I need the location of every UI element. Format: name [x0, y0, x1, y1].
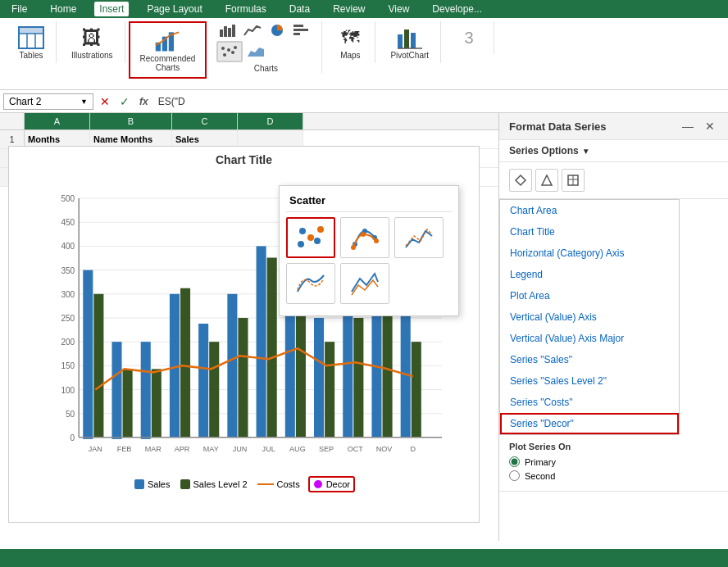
dropdown-container: Chart Area Chart Title Horizontal (Categ… [499, 199, 728, 435]
svg-rect-13 [293, 25, 303, 27]
col-header-b[interactable]: B [90, 113, 172, 129]
svg-rect-81 [383, 306, 393, 438]
formula-confirm-icon[interactable]: ✓ [116, 95, 133, 108]
svg-text:50: 50 [66, 410, 75, 419]
menu-insert[interactable]: Insert [94, 2, 129, 16]
series-icon[interactable] [562, 169, 585, 192]
format-data-series-panel: Format Data Series — ✕ Series Options ▼ [498, 113, 728, 541]
formula-cancel-icon[interactable]: ✕ [97, 95, 113, 108]
format-panel-header: Format Data Series — ✕ [499, 113, 728, 140]
menu-formulas[interactable]: Formulas [221, 2, 271, 16]
menu-home[interactable]: Home [45, 2, 81, 16]
svg-rect-21 [398, 34, 403, 48]
bar-chart-btn[interactable] [290, 21, 313, 39]
svg-text:SEP: SEP [319, 445, 334, 453]
plot-series-section: Plot Series On Primary Second [499, 435, 728, 492]
pivotchart-button[interactable]: PivotChart [385, 21, 434, 63]
svg-text:NOV: NOV [376, 445, 393, 453]
svg-marker-98 [542, 175, 552, 185]
svg-point-16 [223, 53, 226, 57]
recommended-charts-label: RecommendedCharts [140, 54, 196, 72]
svg-point-88 [307, 234, 314, 241]
tables-button[interactable]: Tables [13, 21, 49, 63]
scatter-smooth-no-markers-icon[interactable] [286, 263, 335, 304]
illustrations-button[interactable]: 🖼 Illustrations [66, 21, 118, 63]
pivotchart-group: PivotChart [379, 21, 441, 63]
secondary-axis-option[interactable]: Second [509, 470, 718, 481]
scatter-popup: Scatter [279, 185, 459, 316]
scatter-smooth-lines-icon[interactable] [340, 217, 389, 258]
legend-sales: Sales [134, 479, 171, 489]
scatter-lines-no-markers-icon[interactable] [340, 263, 389, 304]
svg-text:0: 0 [71, 433, 75, 442]
secondary-axis-radio[interactable] [509, 470, 520, 481]
panel-close-button[interactable]: ✕ [702, 120, 718, 133]
svg-text:250: 250 [61, 314, 75, 323]
menu-developer[interactable]: Develope... [427, 2, 487, 16]
col-header-d[interactable]: D [238, 113, 303, 129]
menu-pagelayout[interactable]: Page Layout [142, 2, 207, 16]
dropdown-chart-area[interactable]: Chart Area [500, 200, 679, 221]
fill-icon[interactable] [509, 169, 532, 192]
primary-axis-radio[interactable] [509, 456, 520, 467]
column-chart-btn[interactable] [216, 21, 239, 39]
area-chart-btn[interactable] [244, 43, 267, 61]
status-bar [0, 549, 728, 567]
dropdown-series-sales2[interactable]: Series "Sales Level 2" [500, 370, 679, 392]
menu-view[interactable]: View [384, 2, 415, 16]
menu-file[interactable]: File [7, 2, 32, 16]
primary-axis-option[interactable]: Primary [509, 456, 718, 467]
illustrations-group: 🖼 Illustrations [60, 21, 125, 63]
panel-minimize-button[interactable]: — [679, 120, 697, 133]
line-chart-btn[interactable] [241, 21, 264, 39]
format-panel-title: Format Data Series [509, 120, 607, 133]
pivotchart-label: PivotChart [390, 51, 429, 60]
dropdown-v-axis-major[interactable]: Vertical (Value) Axis Major [500, 328, 679, 349]
col-header-c[interactable]: C [172, 113, 238, 129]
svg-text:JUN: JUN [233, 445, 248, 453]
dropdown-legend[interactable]: Legend [500, 264, 679, 285]
chart-title: Chart Title [9, 147, 479, 173]
legend-sales-level2-label: Sales Level 2 [193, 479, 248, 489]
svg-text:MAY: MAY [203, 445, 219, 453]
scatter-chart-btn[interactable] [216, 41, 243, 62]
name-box[interactable]: Chart 2 ▼ [3, 93, 93, 110]
3d-map-group: 3 [444, 21, 494, 54]
svg-text:JUL: JUL [262, 445, 275, 453]
shape-icon[interactable] [535, 169, 558, 192]
3d-map-button[interactable]: 3 [451, 21, 487, 54]
svg-text:450: 450 [61, 218, 75, 227]
dropdown-plot-area[interactable]: Plot Area [500, 285, 679, 306]
dropdown-h-axis[interactable]: Horizontal (Category) Axis [500, 243, 679, 264]
dropdown-series-decor[interactable]: Series "Decor" [500, 413, 679, 434]
secondary-axis-label: Second [525, 471, 555, 481]
tables-label: Tables [20, 51, 43, 60]
menu-data[interactable]: Data [284, 2, 315, 16]
svg-text:500: 500 [61, 194, 75, 203]
row-num-header [0, 113, 25, 129]
dropdown-v-axis[interactable]: Vertical (Value) Axis [500, 306, 679, 328]
svg-point-89 [299, 228, 306, 234]
series-options-bar[interactable]: Series Options ▼ [499, 140, 728, 162]
svg-point-90 [314, 238, 321, 244]
recommended-charts-button[interactable]: RecommendedCharts [135, 25, 201, 75]
dropdown-chart-title[interactable]: Chart Title [500, 221, 679, 243]
formula-input[interactable]: ES("D [155, 96, 725, 107]
chart-element-dropdown: Chart Area Chart Title Horizontal (Categ… [499, 199, 680, 435]
svg-text:AUG: AUG [289, 445, 306, 453]
col-header-a[interactable]: A [25, 113, 90, 129]
menu-review[interactable]: Review [328, 2, 370, 16]
dropdown-series-costs[interactable]: Series "Costs" [500, 392, 679, 413]
maps-button[interactable]: 🗺 Maps [332, 21, 368, 63]
svg-rect-15 [293, 33, 300, 35]
scatter-dots-icon[interactable] [286, 217, 335, 258]
svg-point-91 [317, 226, 324, 233]
scatter-lines-only-icon[interactable] [394, 217, 444, 258]
main-content: A B C D 1 Months Name Months Sales 2 1 J… [0, 113, 728, 541]
svg-rect-71 [93, 294, 103, 438]
pie-chart-btn[interactable] [266, 21, 289, 39]
legend-costs: Costs [257, 479, 300, 489]
svg-text:150: 150 [61, 361, 75, 370]
legend-costs-icon [257, 479, 274, 489]
dropdown-series-sales[interactable]: Series "Sales" [500, 349, 679, 370]
